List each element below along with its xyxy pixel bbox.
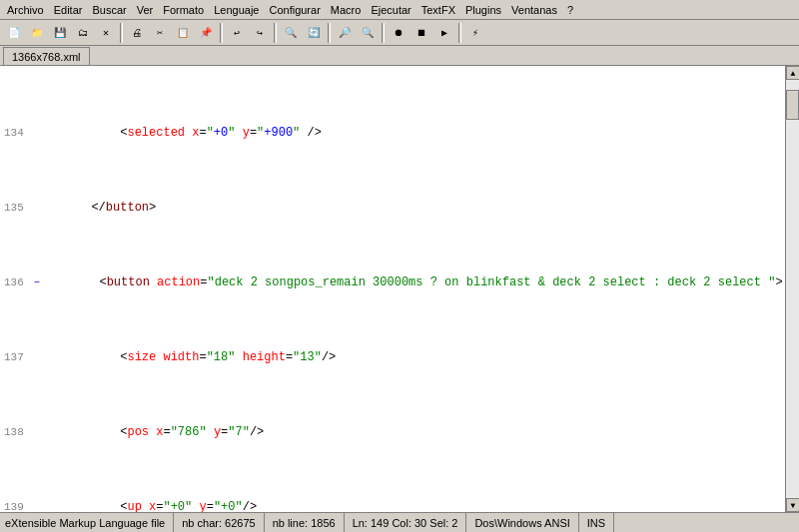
- toolbar-undo[interactable]: ↩: [226, 22, 248, 44]
- scroll-down-btn[interactable]: ▼: [786, 498, 799, 512]
- status-bar: eXtensible Markup Language file nb char:…: [0, 512, 799, 532]
- scroll-track[interactable]: [786, 80, 799, 498]
- toolbar-run[interactable]: ⚡: [464, 22, 486, 44]
- status-position: Ln: 149 Col: 30 Sel: 2: [345, 513, 467, 532]
- menu-macro[interactable]: Macro: [326, 3, 367, 17]
- toolbar-find[interactable]: 🔍: [280, 22, 302, 44]
- toolbar-zoom-out[interactable]: 🔍: [357, 22, 379, 44]
- menu-buscar[interactable]: Buscar: [87, 3, 131, 17]
- sep4: [328, 23, 331, 43]
- line-135: 135 </button>: [0, 201, 785, 216]
- line-138: 138 <pos x="786" y="7"/>: [0, 425, 785, 440]
- toolbar-print[interactable]: 🖨: [126, 22, 148, 44]
- sep2: [220, 23, 223, 43]
- status-nbline: nb line: 1856: [265, 513, 345, 532]
- toolbar-copy[interactable]: 📋: [172, 22, 194, 44]
- tab-bar: 1366x768.xml: [0, 46, 799, 66]
- toolbar-macro-stop[interactable]: ⏹: [410, 22, 432, 44]
- toolbar-open[interactable]: 📁: [26, 22, 48, 44]
- menu-plugins[interactable]: Plugins: [460, 3, 506, 17]
- menu-help[interactable]: ?: [562, 3, 578, 17]
- menu-ventanas[interactable]: Ventanas: [506, 3, 562, 17]
- status-nbchar: nb char: 62675: [174, 513, 264, 532]
- toolbar-saveall[interactable]: 🗂: [72, 22, 94, 44]
- scroll-thumb[interactable]: [786, 90, 799, 120]
- toolbar-cut[interactable]: ✂: [149, 22, 171, 44]
- toolbar: 📄 📁 💾 🗂 ✕ 🖨 ✂ 📋 📌 ↩ ↪ 🔍 🔄 🔎 🔍 ⏺ ⏹ ▶ ⚡: [0, 20, 799, 46]
- menu-archivo[interactable]: Archivo: [2, 3, 49, 17]
- toolbar-paste[interactable]: 📌: [195, 22, 217, 44]
- sep1: [120, 23, 123, 43]
- tab-file[interactable]: 1366x768.xml: [3, 47, 90, 65]
- sep5: [382, 23, 385, 43]
- toolbar-new[interactable]: 📄: [3, 22, 25, 44]
- code-area[interactable]: 134 <selected x="+0" y="+900" /> 135 </b…: [0, 66, 785, 512]
- menu-formato[interactable]: Formato: [158, 3, 209, 17]
- scrollbar-vertical[interactable]: ▲ ▼: [785, 66, 799, 512]
- menu-lenguaje[interactable]: Lenguaje: [209, 3, 264, 17]
- editor-container: 134 <selected x="+0" y="+900" /> 135 </b…: [0, 66, 799, 512]
- line-137: 137 <size width="18" height="13"/>: [0, 350, 785, 365]
- menu-ejecutar[interactable]: Ejecutar: [366, 3, 415, 17]
- status-encoding: Dos\Windows ANSI: [466, 513, 578, 532]
- menu-bar: Archivo Editar Buscar Ver Formato Lengua…: [0, 0, 799, 20]
- toolbar-save[interactable]: 💾: [49, 22, 71, 44]
- line-136: 136 − <button action="deck 2 songpos_rem…: [0, 275, 785, 290]
- line-134: 134 <selected x="+0" y="+900" />: [0, 126, 785, 141]
- toolbar-macro-play[interactable]: ▶: [433, 22, 455, 44]
- status-filetype: eXtensible Markup Language file: [5, 513, 174, 532]
- sep6: [458, 23, 461, 43]
- menu-ver[interactable]: Ver: [132, 3, 159, 17]
- toolbar-replace[interactable]: 🔄: [303, 22, 325, 44]
- tab-file-label: 1366x768.xml: [12, 51, 81, 63]
- menu-configurar[interactable]: Configurar: [264, 3, 325, 17]
- status-mode: INS: [579, 513, 614, 532]
- menu-textfx[interactable]: TextFX: [416, 3, 460, 17]
- line-139: 139 <up x="+0" y="+0"/>: [0, 500, 785, 512]
- code-content: 134 <selected x="+0" y="+900" /> 135 </b…: [0, 66, 785, 512]
- menu-editar[interactable]: Editar: [49, 3, 88, 17]
- scroll-up-btn[interactable]: ▲: [786, 66, 799, 80]
- toolbar-macro-rec[interactable]: ⏺: [388, 22, 409, 44]
- sep3: [274, 23, 277, 43]
- toolbar-zoom-in[interactable]: 🔎: [334, 22, 356, 44]
- toolbar-close[interactable]: ✕: [95, 22, 117, 44]
- toolbar-redo[interactable]: ↪: [249, 22, 271, 44]
